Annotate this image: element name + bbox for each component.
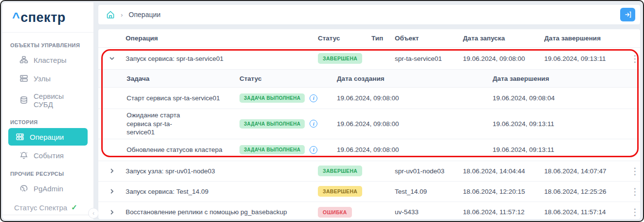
- info-icon[interactable]: i: [310, 94, 317, 102]
- task-row: Старт сервиса spr-ta-service01 ЗАДАЧА ВЫ…: [98, 88, 640, 109]
- clusters-icon: [19, 55, 29, 65]
- col-header-status: Статус: [318, 35, 371, 42]
- sidebar-item-events[interactable]: События: [14, 147, 88, 164]
- chevron-right-icon[interactable]: [98, 209, 126, 216]
- operation-finish: 18.06.2024, 12:25:26: [544, 188, 630, 195]
- nodes-icon: [19, 74, 29, 83]
- task-name: Ожидание старта сервиса spr-ta-service01: [127, 111, 239, 137]
- table-header-row: Операция Статус Тип Объект Дата запуска …: [98, 29, 640, 48]
- task-row: Ожидание старта сервиса spr-ta-service01…: [98, 109, 640, 139]
- section-other-resources: ПРОЧИЕ РЕСУРСЫ: [10, 171, 86, 177]
- bell-icon: [19, 150, 29, 160]
- info-icon[interactable]: i: [310, 120, 317, 128]
- info-icon[interactable]: i: [310, 146, 317, 154]
- operation-finish: 19.06.2024, 09:13:11: [544, 55, 630, 62]
- col-header-operation: Операция: [126, 35, 318, 42]
- chevron-down-icon[interactable]: [98, 55, 126, 62]
- operation-row[interactable]: Запуск сервиса: Test_14.09 ЗАВЕРШЕНА Tes…: [98, 182, 640, 202]
- sidebar-item-label: Узлы: [34, 74, 51, 83]
- home-icon[interactable]: [106, 10, 115, 19]
- sidebar-footer: Настройки: [2, 215, 93, 222]
- status-badge: ЗАВЕРШЕНА: [318, 166, 362, 176]
- operation-name: Восстановление реплики с помощью pg_base…: [126, 208, 318, 216]
- operation-name: Запуск сервиса: Test_14.09: [126, 188, 318, 195]
- app-logo: ^спектр: [2, 2, 93, 33]
- sidebar-item-label: PgAdmin: [34, 185, 63, 193]
- spektr-status: Статус Спектра ✓: [14, 203, 88, 212]
- operations-icon: [15, 132, 25, 142]
- operation-name: Запуск сервиса: spr-ta-service01: [126, 55, 318, 62]
- task-status-badge: ЗАДАЧА ВЫПОЛНЕНА: [239, 119, 305, 129]
- operation-row[interactable]: Восстановление реплики с помощью pg_base…: [98, 202, 640, 219]
- task-created: 19.06.2024, 09:08:00: [337, 120, 493, 128]
- sidebar-item-pgadmin[interactable]: PgAdmin: [14, 180, 88, 197]
- section-history: ИСТОРИЯ: [10, 119, 86, 125]
- sidebar-item-operations[interactable]: Операции: [8, 128, 88, 146]
- task-finished: 19.06.2024, 09:13:11: [493, 120, 640, 128]
- operation-start: 18.06.2024, 12:20:15: [463, 188, 544, 195]
- sidebar-item-db-services[interactable]: Сервисы СУБД: [14, 88, 88, 112]
- task-name: Старт сервиса spr-ta-service01: [127, 94, 239, 103]
- subcol-header-created: Дата создания: [337, 75, 493, 82]
- login-button[interactable]: [620, 8, 635, 21]
- sidebar-nav: ОБЪЕКТЫ УПРАВЛЕНИЯ Кластеры Узлы Сервисы…: [2, 33, 93, 215]
- operation-start: 19.06.2024, 09:08:00: [463, 55, 544, 62]
- kebab-menu-icon[interactable]: ⋮: [630, 54, 640, 63]
- task-status-badge: ЗАДАЧА ВЫПОЛНЕНА: [239, 93, 305, 103]
- kebab-menu-icon[interactable]: ⋮: [630, 187, 640, 196]
- logo-text: спектр: [20, 10, 66, 25]
- task-created: 19.06.2024, 09:08:00: [337, 94, 493, 102]
- sidebar-item-label: Операции: [30, 133, 64, 141]
- task-created: 19.06.2024, 09:08:00: [337, 146, 493, 153]
- subcol-header-task: Задача: [127, 75, 239, 82]
- status-badge: ЗАВЕРШЕНА: [318, 53, 362, 64]
- breadcrumb: › Операции: [98, 5, 640, 24]
- operation-start: 18.06.2024, 14:04:44: [463, 167, 544, 175]
- task-finished: 19.06.2024, 09:08:04: [493, 94, 640, 102]
- spektr-status-label: Статус Спектра: [14, 204, 67, 212]
- operation-object: spr-uv01-node03: [395, 167, 463, 175]
- col-header-start-date: Дата запуска: [463, 35, 544, 42]
- breadcrumb-current: Операции: [129, 11, 161, 18]
- subcol-header-finished: Дата завершения: [493, 75, 640, 82]
- task-row: Обновление статусов кластера ЗАДАЧА ВЫПО…: [98, 139, 640, 161]
- kebab-menu-icon[interactable]: ⋮: [630, 166, 640, 176]
- col-header-object: Объект: [395, 35, 463, 42]
- operation-start: 18.06.2024, 11:57:12: [463, 208, 544, 216]
- app-window: ^спектр ОБЪЕКТЫ УПРАВЛЕНИЯ Кластеры Узлы: [0, 0, 644, 222]
- chevron-right-icon[interactable]: [98, 167, 126, 174]
- operation-object: Test_14.09: [395, 188, 463, 195]
- col-header-finish-date: Дата завершения: [544, 35, 630, 42]
- status-ok-check-icon: ✓: [71, 203, 77, 212]
- chevron-right-icon[interactable]: [98, 188, 126, 195]
- breadcrumb-chevron-icon: ›: [121, 11, 123, 18]
- subcol-header-status: Статус: [239, 75, 337, 82]
- sidebar-item-label: Кластеры: [34, 56, 67, 64]
- task-status-badge: ЗАДАЧА ВЫПОЛНЕНА: [239, 145, 305, 154]
- operation-row[interactable]: Запуск узла: spr-uv01-node03 ЗАВЕРШЕНА s…: [98, 161, 640, 182]
- logo-caret-icon: ^: [12, 10, 20, 25]
- section-managed-objects: ОБЪЕКТЫ УПРАВЛЕНИЯ: [10, 42, 86, 48]
- main-content: › Операции Операция Статус Тип Объект Да…: [94, 1, 643, 221]
- operations-table: Операция Статус Тип Объект Дата запуска …: [98, 29, 640, 219]
- operation-row[interactable]: Запуск сервиса: spr-ta-service01 ЗАВЕРШЕ…: [98, 48, 640, 69]
- sidebar-item-label: Сервисы СУБД: [34, 92, 83, 109]
- sidebar-item-label: События: [34, 151, 64, 160]
- col-header-type: Тип: [371, 35, 395, 42]
- pgadmin-elephant-icon: [19, 184, 29, 193]
- tasks-subtable: Задача Статус Дата создания Дата заверше…: [98, 69, 640, 161]
- status-badge: ОШИБКА: [318, 207, 352, 218]
- subtable-header-row: Задача Статус Дата создания Дата заверше…: [98, 69, 640, 88]
- sidebar-item-nodes[interactable]: Узлы: [14, 70, 88, 87]
- operation-object: uv-5433: [395, 208, 463, 216]
- operation-object: spr-ta-service01: [395, 55, 463, 62]
- sidebar-item-clusters[interactable]: Кластеры: [14, 51, 88, 69]
- task-name: Обновление статусов кластера: [127, 146, 239, 154]
- task-finished: 19.06.2024, 09:13:11: [493, 146, 640, 153]
- kebab-menu-icon[interactable]: ⋮: [630, 207, 640, 217]
- database-icon: [19, 95, 29, 105]
- operation-name: Запуск узла: spr-uv01-node03: [126, 167, 318, 175]
- sidebar: ^спектр ОБЪЕКТЫ УПРАВЛЕНИЯ Кластеры Узлы: [2, 2, 94, 220]
- operation-finish: 18.06.2024, 11:57:14: [544, 208, 630, 216]
- operation-finish: 18.06.2024, 14:07:47: [544, 167, 630, 175]
